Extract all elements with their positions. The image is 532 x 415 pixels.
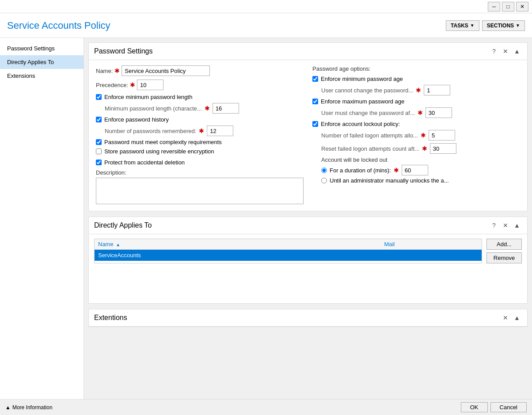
min-length-sub-row: Minimum password length (characte... ✱ — [105, 103, 304, 114]
user-cannot-change-label: User cannot change the password... — [321, 87, 413, 94]
description-textarea[interactable] — [96, 178, 304, 204]
complexity-checkbox[interactable] — [96, 139, 102, 145]
name-required: ✱ — [114, 67, 120, 74]
ok-button[interactable]: OK — [461, 402, 488, 412]
precedence-input[interactable] — [137, 80, 163, 90]
min-length-required: ✱ — [205, 105, 210, 112]
table-container: Name ▲ Mail ServiceAccounts — [94, 239, 482, 263]
reversible-checkbox[interactable] — [96, 148, 102, 154]
chevron-up-icon: ▲ — [5, 404, 11, 411]
enforce-max-age-label: Enforce maximum password age — [321, 98, 404, 105]
duration-input[interactable] — [402, 165, 428, 175]
main-layout: Password Settings Directly Applies To Ex… — [0, 38, 532, 399]
window-controls: ─ □ ✕ — [488, 2, 528, 11]
reversible-row: Store password using reversible encrypti… — [96, 148, 304, 155]
more-info-link[interactable]: ▲ More Information — [5, 404, 53, 411]
cancel-button[interactable]: Cancel — [490, 402, 527, 412]
account-locked-label: Account will be locked out — [321, 156, 520, 163]
num-passwords-input[interactable] — [207, 126, 233, 136]
name-label: Name: — [96, 68, 113, 74]
directly-applies-to-section: Directly Applies To ? ✕ ▲ Name ▲ — [88, 217, 528, 304]
precedence-row: Precedence: ✱ — [96, 80, 304, 90]
directly-applies-to-help-button[interactable]: ? — [489, 221, 499, 230]
header-buttons: TASKS ▼ SECTIONS ▼ — [446, 20, 525, 31]
extensions-title: Extentions — [94, 314, 127, 322]
password-settings-help-button[interactable]: ? — [489, 46, 499, 56]
add-button[interactable]: Add... — [486, 239, 522, 250]
sidebar-item-password-settings[interactable]: Password Settings — [0, 42, 84, 55]
min-length-label: Minimum password length (characte... — [105, 105, 202, 112]
enforce-min-length-row: Enforce minimum password length — [96, 94, 304, 100]
row-mail-cell — [380, 250, 482, 261]
col-name[interactable]: Name ▲ — [95, 239, 380, 250]
duration-radio[interactable] — [321, 168, 327, 173]
enforce-min-length-checkbox[interactable] — [96, 94, 102, 100]
extensions-controls: ✕ ▲ — [501, 313, 522, 323]
enforce-max-age-row: Enforce maximum password age — [312, 98, 520, 105]
col-mail[interactable]: Mail — [380, 239, 482, 250]
form-left: Name: ✱ Precedence: ✱ — [96, 65, 304, 206]
directly-applies-to-close-button[interactable]: ✕ — [501, 221, 510, 230]
directly-applies-to-controls: ? ✕ ▲ — [489, 221, 522, 230]
footer-buttons: OK Cancel — [461, 402, 527, 412]
maximize-button[interactable]: □ — [502, 2, 514, 11]
minimize-button[interactable]: ─ — [488, 2, 500, 11]
password-age-label: Password age options: — [312, 65, 520, 72]
enforce-min-age-label: Enforce minimum password age — [321, 76, 403, 82]
sections-button[interactable]: SECTIONS ▼ — [482, 20, 525, 31]
password-settings-close-button[interactable]: ✕ — [501, 46, 510, 56]
password-settings-collapse-button[interactable]: ▲ — [512, 46, 522, 56]
extensions-collapse-button[interactable]: ▲ — [512, 313, 522, 323]
remove-button[interactable]: Remove — [486, 252, 522, 263]
applies-to-table: Name ▲ Mail ServiceAccounts — [95, 239, 482, 261]
enforce-min-age-checkbox[interactable] — [312, 76, 318, 82]
table-body: ServiceAccounts — [95, 250, 482, 261]
title-bar: ─ □ ✕ — [0, 0, 532, 13]
tasks-button[interactable]: TASKS ▼ — [446, 20, 479, 31]
user-cannot-change-required: ✱ — [416, 87, 421, 94]
protect-deletion-row: Protect from accidental deletion — [96, 159, 304, 166]
directly-applies-to-header: Directly Applies To ? ✕ ▲ — [89, 217, 527, 234]
sidebar-item-directly-applies-to[interactable]: Directly Applies To — [0, 55, 84, 69]
failed-attempts-input[interactable] — [429, 130, 455, 141]
app-title: Service Accounts Policy — [7, 20, 110, 31]
protect-deletion-checkbox[interactable] — [96, 160, 102, 165]
password-settings-header: Password Settings ? ✕ ▲ — [89, 43, 527, 60]
failed-attempts-required: ✱ — [421, 132, 426, 139]
user-cannot-change-row: User cannot change the password... ✱ — [321, 85, 520, 95]
precedence-required: ✱ — [130, 81, 135, 88]
protect-deletion-label: Protect from accidental deletion — [104, 159, 185, 166]
duration-label: For a duration of (mins): — [330, 167, 391, 174]
reset-failed-label: Reset failed logon attempts count aft... — [321, 145, 419, 152]
name-sort-arrow: ▲ — [116, 242, 120, 247]
extensions-close-button[interactable]: ✕ — [501, 313, 510, 323]
enforce-history-checkbox[interactable] — [96, 117, 102, 122]
num-passwords-label: Number of passwords remembered: — [105, 128, 196, 134]
enforce-lockout-row: Enforce account lockout policy: — [312, 121, 520, 127]
password-settings-section: Password Settings ? ✕ ▲ Name: ✱ — [88, 42, 528, 211]
num-passwords-row: Number of passwords remembered: ✱ — [105, 126, 304, 136]
directly-applies-to-collapse-button[interactable]: ▲ — [512, 221, 522, 230]
user-must-change-required: ✱ — [418, 109, 423, 116]
reset-failed-required: ✱ — [422, 145, 427, 152]
name-input[interactable] — [122, 65, 210, 76]
description-label: Description: — [96, 169, 304, 176]
user-must-change-input[interactable] — [426, 107, 452, 118]
form-right: Password age options: Enforce minimum pa… — [312, 65, 520, 206]
duration-row: For a duration of (mins): ✱ — [321, 165, 520, 175]
enforce-lockout-label: Enforce account lockout policy: — [321, 121, 400, 127]
until-admin-radio[interactable] — [321, 178, 327, 183]
reset-failed-input[interactable] — [430, 143, 456, 154]
enforce-max-age-checkbox[interactable] — [312, 99, 318, 104]
table-row[interactable]: ServiceAccounts — [95, 250, 482, 261]
close-button[interactable]: ✕ — [516, 2, 528, 11]
password-settings-title: Password Settings — [94, 47, 153, 55]
reversible-label: Store password using reversible encrypti… — [104, 148, 214, 155]
row-name-cell: ServiceAccounts — [95, 250, 380, 261]
sidebar-item-extensions[interactable]: Extensions — [0, 69, 84, 83]
enforce-lockout-checkbox[interactable] — [312, 121, 318, 127]
complexity-label: Password must meet complexity requiremen… — [104, 139, 222, 145]
min-length-input[interactable] — [213, 103, 239, 114]
failed-attempts-label: Number of failed logon attempts allo... — [321, 132, 418, 139]
user-cannot-change-input[interactable] — [424, 85, 450, 95]
